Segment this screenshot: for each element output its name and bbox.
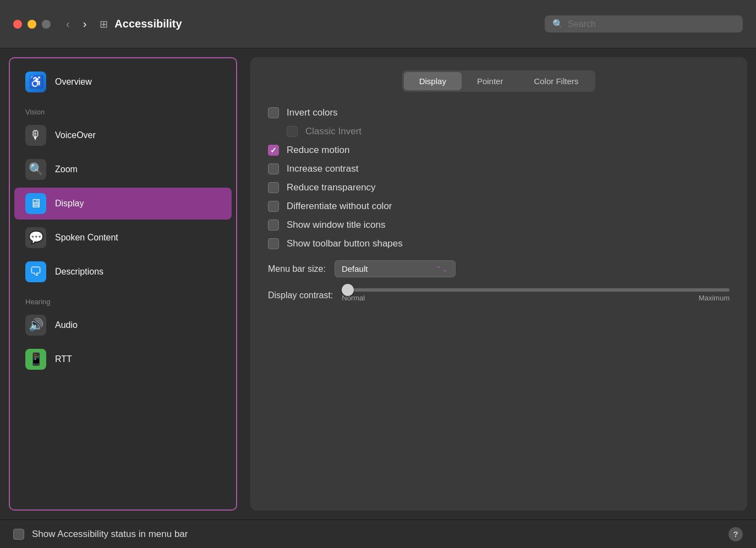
option-row-reduce-motion: Reduce motion: [268, 145, 730, 156]
rtt-icon: 📱: [25, 349, 46, 370]
display-icon: 🖥: [25, 193, 46, 214]
display-contrast-row: Display contrast: Normal Maximum: [268, 288, 730, 302]
menu-bar-size-value: Default: [342, 264, 368, 273]
option-label-classic-invert: Classic Invert: [305, 126, 361, 137]
display-contrast-slider-container: Normal Maximum: [342, 288, 730, 302]
sidebar-item-overview[interactable]: ♿ Overview: [14, 66, 232, 98]
checkbox-show-toolbar-button-shapes[interactable]: [268, 238, 279, 249]
checkbox-invert-colors[interactable]: [268, 107, 279, 118]
option-row-show-window-title-icons: Show window title icons: [268, 220, 730, 231]
voiceover-icon: 🎙: [25, 125, 46, 146]
slider-max-label: Maximum: [699, 294, 730, 302]
sidebar-item-display[interactable]: 🖥 Display: [14, 188, 232, 220]
option-row-invert-colors: Invert colors: [268, 107, 730, 118]
window-title: Accessibility: [114, 18, 545, 30]
bottom-bar: Show Accessibility status in menu bar ?: [0, 519, 756, 548]
section-label-vision: Vision: [10, 102, 236, 118]
help-button[interactable]: ?: [728, 527, 743, 541]
display-contrast-slider-thumb[interactable]: [342, 284, 354, 296]
option-label-invert-colors: Invert colors: [287, 107, 338, 118]
titlebar: ‹ › ⊞ Accessibility 🔍: [0, 0, 756, 48]
tab-color-filters[interactable]: Color Filters: [518, 72, 594, 90]
option-row-classic-invert: Classic Invert: [287, 126, 730, 137]
option-row-reduce-transparency: Reduce transparency: [268, 182, 730, 193]
right-panel: Display Pointer Color Filters Invert col…: [237, 48, 756, 519]
overview-icon: ♿: [25, 72, 46, 92]
option-row-increase-contrast: Increase contrast: [268, 163, 730, 174]
forward-button[interactable]: ›: [79, 15, 91, 32]
sidebar-label-descriptions: Descriptions: [55, 267, 103, 277]
option-label-reduce-motion: Reduce motion: [287, 145, 349, 156]
checkbox-reduce-motion[interactable]: [268, 145, 279, 156]
descriptions-icon: 🗨: [25, 261, 46, 282]
close-button[interactable]: [13, 20, 22, 29]
checkbox-show-accessibility-status[interactable]: [13, 529, 24, 540]
sidebar-item-voiceover[interactable]: 🎙 VoiceOver: [14, 119, 232, 151]
bottom-bar-label: Show Accessibility status in menu bar: [32, 529, 188, 540]
option-label-reduce-transparency: Reduce transparency: [287, 182, 376, 193]
sidebar-label-rtt: RTT: [55, 354, 72, 364]
spoken-content-icon: 💬: [25, 227, 46, 248]
search-icon: 🔍: [552, 19, 563, 29]
option-label-show-toolbar-button-shapes: Show toolbar button shapes: [287, 238, 403, 249]
search-input[interactable]: [568, 19, 735, 29]
sidebar: ♿ Overview Vision 🎙 VoiceOver 🔍 Zoom 🖥 D…: [9, 57, 237, 511]
traffic-lights: [13, 20, 51, 29]
menu-bar-size-label: Menu bar size:: [268, 264, 326, 274]
tab-pointer[interactable]: Pointer: [462, 72, 519, 90]
sidebar-label-audio: Audio: [55, 320, 78, 330]
minimize-button[interactable]: [28, 20, 36, 29]
option-label-show-window-title-icons: Show window title icons: [287, 220, 386, 231]
tab-bar: Display Pointer Color Filters: [402, 70, 596, 92]
checkbox-classic-invert[interactable]: [287, 126, 298, 137]
checkbox-reduce-transparency[interactable]: [268, 182, 279, 193]
option-label-differentiate-without-color: Differentiate without color: [287, 201, 392, 212]
sidebar-label-display: Display: [55, 199, 84, 209]
back-button[interactable]: ‹: [62, 15, 74, 32]
search-bar[interactable]: 🔍: [545, 15, 743, 32]
panel-card: Display Pointer Color Filters Invert col…: [250, 57, 747, 511]
maximize-button[interactable]: [42, 20, 51, 29]
sidebar-label-spoken-content: Spoken Content: [55, 233, 118, 243]
sidebar-item-descriptions[interactable]: 🗨 Descriptions: [14, 256, 232, 288]
display-contrast-label: Display contrast:: [268, 291, 333, 300]
sidebar-label-overview: Overview: [55, 77, 92, 87]
grid-icon: ⊞: [100, 18, 108, 30]
sidebar-label-zoom: Zoom: [55, 165, 78, 174]
option-row-differentiate-without-color: Differentiate without color: [268, 201, 730, 212]
menu-bar-size-select[interactable]: Default ⌃⌄: [335, 260, 456, 277]
sidebar-label-voiceover: VoiceOver: [55, 130, 96, 140]
tab-display[interactable]: Display: [404, 72, 462, 90]
slider-labels: Normal Maximum: [342, 294, 730, 302]
sidebar-item-spoken-content[interactable]: 💬 Spoken Content: [14, 222, 232, 254]
display-contrast-slider-track: [342, 288, 730, 292]
select-arrows-icon: ⌃⌄: [435, 265, 448, 273]
main-content: ♿ Overview Vision 🎙 VoiceOver 🔍 Zoom 🖥 D…: [0, 48, 756, 519]
nav-arrows: ‹ ›: [62, 15, 91, 32]
checkbox-increase-contrast[interactable]: [268, 163, 279, 174]
sidebar-item-zoom[interactable]: 🔍 Zoom: [14, 154, 232, 185]
bottom-left: Show Accessibility status in menu bar: [13, 529, 188, 540]
sidebar-item-rtt[interactable]: 📱 RTT: [14, 343, 232, 375]
checkbox-differentiate-without-color[interactable]: [268, 201, 279, 212]
checkbox-show-window-title-icons[interactable]: [268, 220, 279, 231]
menu-bar-size-row: Menu bar size: Default ⌃⌄: [268, 260, 730, 277]
section-label-hearing: Hearing: [10, 292, 236, 308]
zoom-icon: 🔍: [25, 159, 46, 180]
option-label-increase-contrast: Increase contrast: [287, 163, 358, 174]
audio-icon: 🔊: [25, 315, 46, 336]
option-row-show-toolbar-button-shapes: Show toolbar button shapes: [268, 238, 730, 249]
sidebar-item-audio[interactable]: 🔊 Audio: [14, 309, 232, 341]
